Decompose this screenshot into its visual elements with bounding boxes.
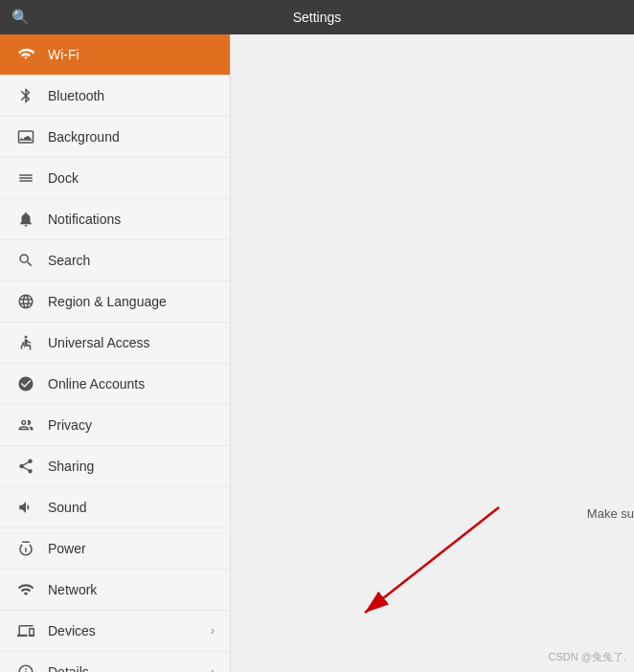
watermark: CSDN @兔兔了. xyxy=(549,650,626,664)
sound-icon xyxy=(15,497,36,518)
wifi-label: Wi-Fi xyxy=(48,47,215,62)
details-arrow: › xyxy=(211,665,215,672)
sidebar-item-online-accounts[interactable]: Online Accounts xyxy=(0,364,230,405)
make-sure-text: Make su xyxy=(587,506,634,521)
privacy-label: Privacy xyxy=(48,417,215,433)
region-icon xyxy=(15,291,36,312)
sidebar-item-wifi[interactable]: Wi-Fi xyxy=(0,34,230,76)
app-title: Settings xyxy=(293,10,342,25)
power-label: Power xyxy=(48,541,215,556)
svg-line-2 xyxy=(365,507,499,613)
search-icon[interactable]: 🔍 xyxy=(11,9,30,26)
online-accounts-icon xyxy=(15,373,36,394)
notifications-label: Notifications xyxy=(48,212,215,227)
sidebar-item-bluetooth[interactable]: Bluetooth xyxy=(0,76,230,117)
bluetooth-icon xyxy=(15,85,36,106)
search-sidebar-icon xyxy=(15,250,36,271)
background-icon xyxy=(15,126,36,147)
universal-access-icon xyxy=(15,332,36,353)
devices-icon xyxy=(15,620,36,641)
devices-label: Devices xyxy=(48,623,211,638)
devices-arrow: › xyxy=(211,624,215,638)
background-label: Background xyxy=(48,129,215,145)
sidebar-item-notifications[interactable]: Notifications xyxy=(0,199,230,240)
details-label: Details xyxy=(48,664,211,672)
sidebar-item-devices[interactable]: Devices › xyxy=(0,611,230,652)
sidebar-item-dock[interactable]: Dock xyxy=(0,158,230,199)
bluetooth-label: Bluetooth xyxy=(48,88,215,103)
main-content: Wi-Fi Bluetooth Background xyxy=(0,34,634,672)
region-label: Region & Language xyxy=(48,294,215,309)
dock-icon xyxy=(15,168,36,189)
content-area: Make su CSDN @兔兔了. xyxy=(231,34,634,672)
wifi-icon xyxy=(15,44,36,65)
sound-label: Sound xyxy=(48,500,215,515)
power-icon xyxy=(15,538,36,559)
search-label: Search xyxy=(48,253,215,268)
sidebar-item-network[interactable]: Network xyxy=(0,570,230,611)
sidebar-item-region[interactable]: Region & Language xyxy=(0,281,230,323)
annotation-arrow xyxy=(288,488,556,641)
online-accounts-label: Online Accounts xyxy=(48,376,215,392)
sidebar-item-privacy[interactable]: Privacy xyxy=(0,405,230,446)
sidebar-item-details[interactable]: Details › xyxy=(0,652,230,672)
sharing-label: Sharing xyxy=(48,459,215,474)
sidebar-item-power[interactable]: Power xyxy=(0,528,230,570)
network-label: Network xyxy=(48,582,215,597)
dock-label: Dock xyxy=(48,170,215,186)
notifications-icon xyxy=(15,209,36,230)
sidebar-item-sound[interactable]: Sound xyxy=(0,487,230,528)
sidebar-item-universal-access[interactable]: Universal Access xyxy=(0,323,230,364)
sharing-icon xyxy=(15,456,36,477)
titlebar: 🔍 Settings xyxy=(0,0,634,34)
universal-access-label: Universal Access xyxy=(48,335,215,350)
sidebar: Wi-Fi Bluetooth Background xyxy=(0,34,231,672)
sidebar-item-background[interactable]: Background xyxy=(0,117,230,158)
sidebar-item-search[interactable]: Search xyxy=(0,240,230,281)
privacy-icon xyxy=(15,414,36,436)
svg-point-0 xyxy=(25,336,28,339)
sidebar-item-sharing[interactable]: Sharing xyxy=(0,446,230,487)
network-icon xyxy=(15,579,36,600)
details-icon xyxy=(15,661,36,672)
